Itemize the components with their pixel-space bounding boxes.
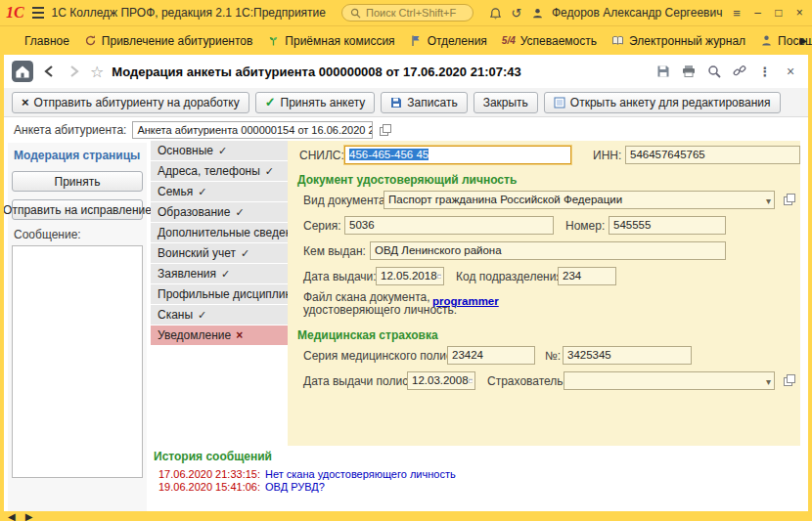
app-window: { "colors": { "brand_yellow": "#ffd64e",…	[0, 0, 812, 521]
forward-icon[interactable]	[65, 61, 84, 82]
message-text: Нет скана удостоверяющего личность	[265, 468, 456, 480]
menu-item-attract-applicants[interactable]: Привлечение абитуриентов	[84, 34, 252, 48]
bottom-nav: ◀ ▶	[8, 512, 32, 521]
tab-applications[interactable]: Заявления✓	[151, 264, 288, 283]
notifications-bell-icon[interactable]	[489, 4, 502, 22]
calendar-icon[interactable]	[469, 375, 473, 386]
open-for-edit-button[interactable]: Открыть анкету для редактирования	[544, 92, 781, 113]
message-textarea[interactable]	[12, 245, 143, 478]
tab-notification[interactable]: Уведомление×	[151, 326, 288, 345]
x-icon: ×	[22, 96, 29, 109]
check-icon: ✓	[198, 186, 206, 198]
global-search-input[interactable]: Поиск Ctrl+Shift+F	[341, 4, 474, 22]
issue-date-label: Дата выдачи:	[303, 270, 377, 283]
scan-file-label-line1: Файл скана документа,	[303, 290, 430, 304]
snils-label: СНИЛС:	[299, 149, 344, 162]
person-icon	[760, 34, 773, 47]
check-icon: ✓	[241, 247, 249, 260]
user-icon	[531, 4, 544, 22]
send-fix-button[interactable]: Отправить на исправление	[12, 199, 143, 220]
anketa-ref-field[interactable]: Анкета абитуриента 000000154 от 16.06.20…	[132, 121, 373, 139]
close-button[interactable]: Закрыть	[474, 92, 538, 113]
scan-file-link[interactable]: programmer	[432, 295, 499, 307]
tab-addresses[interactable]: Адреса, телефоны✓	[151, 161, 288, 181]
close-window-icon[interactable]: ×	[793, 6, 806, 20]
moderation-panel-title: Модерация страницы	[14, 149, 141, 162]
app-title: 1С Колледж ПРОФ, редакция 2.1 1С:Предпри…	[52, 6, 326, 20]
maximize-icon[interactable]: □	[772, 6, 785, 20]
policy-date-field[interactable]: 12.03.2008	[407, 371, 475, 390]
doc-type-field[interactable]: Паспорт гражданина Российской Федерации	[383, 191, 775, 209]
policy-series-field[interactable]: 23424	[447, 346, 535, 365]
open-ref-icon[interactable]	[783, 373, 796, 387]
back-icon[interactable]	[39, 61, 59, 82]
tab-main[interactable]: Основные✓	[151, 141, 288, 160]
button-label: Открыть анкету для редактирования	[570, 96, 771, 109]
insurer-field[interactable]	[564, 371, 775, 390]
tab-military[interactable]: Воинский учет✓	[151, 243, 288, 263]
issued-by-label: Кем выдан:	[303, 244, 366, 258]
save-icon	[390, 97, 402, 109]
menu-item-label: Отделения	[428, 34, 487, 48]
1c-logo: 1С	[6, 5, 24, 21]
tab-scans[interactable]: Сканы✓	[151, 305, 288, 325]
message-text: ОВД РУВД?	[265, 481, 325, 493]
open-ref-icon[interactable]	[379, 123, 392, 137]
inn-field[interactable]: 546457645765	[625, 146, 800, 164]
history-icon[interactable]: ↺	[510, 4, 522, 22]
user-name[interactable]: Федоров Александр Сергеевич	[552, 6, 722, 20]
menu-overflow-icon[interactable]: ▶	[799, 35, 807, 46]
menu-item-ejournal[interactable]: Электронный журнал	[611, 34, 745, 48]
dept-code-field[interactable]: 234	[558, 267, 616, 285]
issued-by-field[interactable]: ОВД Ленинского района	[370, 241, 726, 260]
tab-education[interactable]: Образование✓	[151, 202, 288, 222]
next-form-icon[interactable]: ▶	[25, 512, 33, 521]
tab-family[interactable]: Семья✓	[151, 182, 288, 201]
snils-field[interactable]: 456-465-456 45	[344, 146, 571, 164]
tab-profile-subjects[interactable]: Профильные дисциплины✓	[151, 284, 288, 304]
content-frame: ☆ Модерация анкеты абитуриента 000000008…	[4, 55, 808, 511]
grade-5-4-icon: 5/4	[502, 35, 516, 46]
more-icon[interactable]: ⋮	[755, 62, 775, 81]
number-field[interactable]: 545555	[609, 216, 726, 235]
check-icon: ✓	[218, 145, 227, 157]
main-menu-icon[interactable]	[32, 7, 44, 19]
menu-item-label: Электронный журнал	[629, 34, 745, 48]
home-icon[interactable]	[12, 61, 33, 82]
moderation-panel: Модерация страницы Принять Отправить на …	[8, 143, 147, 511]
accept-form-button[interactable]: ✓ Принять анкету	[255, 92, 376, 113]
find-icon[interactable]	[704, 62, 724, 81]
write-button[interactable]: Записать	[381, 92, 467, 113]
calendar-icon[interactable]	[437, 271, 441, 282]
check-icon: ✓	[221, 268, 230, 281]
history-box[interactable]: 17.06.2020 21:33:15:Нет скана удостоверя…	[154, 465, 800, 509]
flag-icon	[410, 34, 423, 47]
link-icon[interactable]	[730, 62, 749, 81]
print-icon[interactable]	[679, 62, 699, 81]
message-time: 19.06.2020 15:41:06:	[158, 481, 260, 493]
close-form-icon[interactable]: ×	[781, 62, 800, 81]
tools-menu-icon[interactable]: ≡	[730, 4, 743, 22]
menu-item-admissions[interactable]: Приёмная комиссия	[267, 34, 394, 48]
menu-item-grades[interactable]: 5/4 Успеваемость	[502, 34, 597, 48]
message-time: 17.06.2020 21:33:15:	[158, 468, 260, 480]
policy-no-field[interactable]: 3425345	[563, 346, 692, 365]
menu-item-departments[interactable]: Отделения	[410, 34, 487, 48]
check-icon: ✓	[265, 165, 274, 178]
menu-item-main[interactable]: Главное	[24, 34, 69, 48]
inn-label: ИНН:	[593, 149, 621, 162]
series-field[interactable]: 5036	[344, 216, 554, 235]
send-for-rework-button[interactable]: × Отправить абитуриенту на доработку	[12, 92, 249, 113]
tab-additional[interactable]: Дополнительные сведения✓	[151, 223, 288, 242]
prev-form-icon[interactable]: ◀	[8, 512, 16, 521]
issue-date-field[interactable]: 12.05.2018	[376, 267, 444, 285]
save-icon[interactable]	[654, 62, 673, 81]
error-x-icon: ×	[236, 328, 243, 342]
minimize-icon[interactable]: –	[751, 6, 764, 20]
favorite-star-icon[interactable]: ☆	[90, 63, 104, 81]
open-ref-icon[interactable]	[783, 193, 796, 206]
form-title: Модерация анкеты абитуриента 000000008 о…	[112, 65, 648, 79]
accept-page-button[interactable]: Принять	[12, 171, 143, 192]
button-label: Записать	[407, 96, 457, 109]
command-bar: × Отправить абитуриенту на доработку ✓ П…	[4, 88, 808, 117]
